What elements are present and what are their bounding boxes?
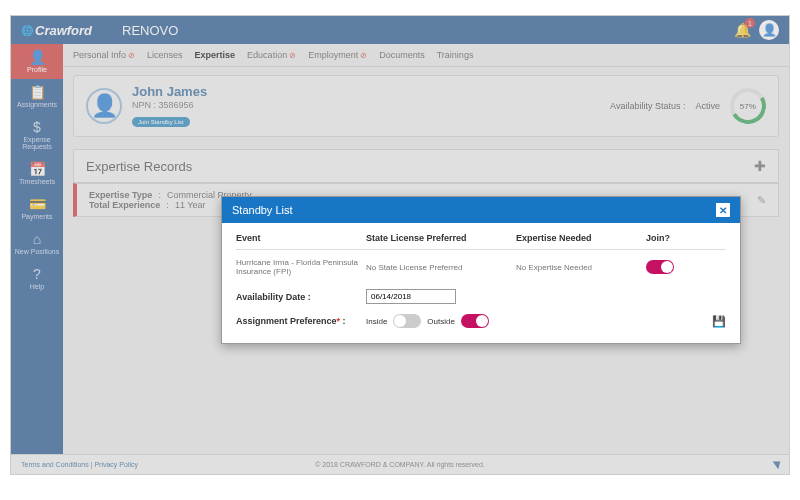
join-toggle[interactable] [646, 260, 674, 274]
modal-title: Standby List [232, 204, 293, 216]
availability-date-input[interactable] [366, 289, 456, 304]
event-name: Hurricane Irma - Florida Peninsula Insur… [236, 258, 366, 276]
availability-date-row: Availability Date : [236, 284, 726, 309]
save-icon[interactable]: 💾 [712, 315, 726, 328]
assignment-preference-row: Assignment Preference* : Inside Outside … [236, 309, 726, 333]
modal-header: Standby List ✕ [222, 197, 740, 223]
outside-toggle[interactable] [461, 314, 489, 328]
modal-columns: Event State License Preferred Expertise … [236, 233, 726, 250]
modal-row: Hurricane Irma - Florida Peninsula Insur… [236, 250, 726, 284]
outside-label: Outside [427, 317, 455, 326]
standby-modal: Standby List ✕ Event State License Prefe… [221, 196, 741, 344]
inside-label: Inside [366, 317, 387, 326]
license-value: No State License Preferred [366, 263, 516, 272]
expertise-value: No Expertise Needed [516, 263, 646, 272]
inside-toggle[interactable] [393, 314, 421, 328]
close-icon[interactable]: ✕ [716, 203, 730, 217]
